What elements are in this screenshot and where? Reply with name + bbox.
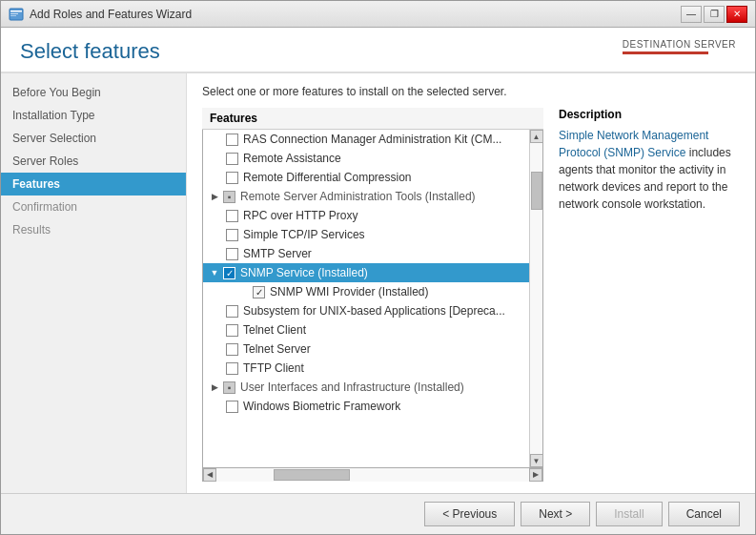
checkbox-smtp[interactable] — [226, 248, 238, 260]
feature-label-user-interfaces: User Interfaces and Infrastructure (Inst… — [240, 381, 464, 394]
scroll-track — [530, 143, 543, 454]
page-header: Select features DESTINATION SERVER — [1, 28, 755, 73]
hscroll-track — [216, 468, 529, 482]
dest-server-label: DESTINATION SERVER — [623, 39, 736, 50]
checkbox-remote-diff[interactable] — [226, 172, 238, 184]
description-panel: Description Simple Network Management Pr… — [559, 108, 740, 482]
window-title: Add Roles and Features Wizard — [30, 8, 192, 21]
check-snmp-wmi: ✓ — [255, 287, 263, 298]
dest-server-underline — [623, 51, 708, 54]
feature-label-ras-cm: RAS Connection Manager Administration Ki… — [243, 133, 501, 146]
sidebar-item-confirmation[interactable]: Confirmation — [1, 195, 186, 218]
close-button[interactable]: ✕ — [726, 6, 747, 23]
feature-label-smtp: SMTP Server — [243, 247, 312, 260]
scroll-thumb[interactable] — [531, 172, 542, 210]
sidebar-item-server-selection[interactable]: Server Selection — [1, 127, 186, 150]
two-column-layout: Features RAS Connection Manager Administ… — [202, 108, 740, 482]
previous-button[interactable]: < Previous — [424, 502, 515, 526]
feature-tftp[interactable]: TFTP Client — [203, 359, 529, 378]
snmp-service-link[interactable]: Simple Network Management Protocol (SNMP… — [559, 129, 708, 159]
features-section: Features RAS Connection Manager Administ… — [202, 108, 543, 482]
checkbox-simple-tcp[interactable] — [226, 229, 238, 241]
feature-telnet-server[interactable]: Telnet Server — [203, 340, 529, 359]
feature-subsystem-unix[interactable]: Subsystem for UNIX-based Applications [D… — [203, 301, 529, 320]
hscroll-thumb[interactable] — [274, 469, 350, 481]
feature-windows-biometric[interactable]: Windows Biometric Framework — [203, 397, 529, 416]
feature-simple-tcp[interactable]: Simple TCP/IP Services — [203, 225, 529, 244]
title-bar: Add Roles and Features Wizard — ❐ ✕ — [1, 1, 755, 28]
checkbox-telnet-server[interactable] — [226, 343, 238, 356]
checkbox-rpc-http[interactable] — [226, 210, 238, 222]
hscroll-left-button[interactable]: ◀ — [203, 468, 216, 482]
cancel-button[interactable]: Cancel — [668, 502, 740, 526]
page-title: Select features — [20, 39, 160, 64]
next-button[interactable]: Next > — [521, 502, 590, 526]
feature-remote-assistance[interactable]: Remote Assistance — [203, 149, 529, 168]
svg-rect-3 — [10, 15, 16, 16]
feature-label-simple-tcp: Simple TCP/IP Services — [243, 228, 365, 241]
checkbox-user-interfaces[interactable]: ▪ — [223, 381, 235, 394]
scroll-up-button[interactable]: ▲ — [530, 130, 543, 143]
checkbox-tftp[interactable] — [226, 362, 238, 375]
checkbox-subsystem-unix[interactable] — [226, 305, 238, 318]
sidebar: Before You Begin Installation Type Serve… — [1, 73, 187, 493]
features-container: RAS Connection Manager Administration Ki… — [202, 130, 543, 468]
expand-icon-remote-admin[interactable]: ▶ — [209, 191, 220, 202]
destination-server-info: DESTINATION SERVER — [623, 39, 736, 54]
checkbox-telnet-client[interactable] — [226, 324, 238, 337]
svg-rect-2 — [10, 13, 18, 14]
description-text: Simple Network Management Protocol (SNMP… — [559, 127, 740, 213]
feature-label-remote-assistance: Remote Assistance — [243, 152, 341, 165]
feature-label-tftp: TFTP Client — [243, 361, 304, 375]
expand-icon-snmp[interactable]: ▼ — [209, 267, 220, 278]
feature-label-telnet-server: Telnet Server — [243, 342, 311, 356]
sidebar-item-installation-type[interactable]: Installation Type — [1, 104, 186, 127]
checkbox-snmp-service[interactable]: ✓ — [223, 267, 235, 279]
footer: < Previous Next > Install Cancel — [1, 493, 755, 534]
install-button[interactable]: Install — [596, 502, 662, 526]
vertical-scrollbar[interactable]: ▲ ▼ — [529, 130, 542, 467]
sidebar-item-before-you-begin[interactable]: Before You Begin — [1, 81, 186, 104]
title-bar-left: Add Roles and Features Wizard — [9, 7, 192, 22]
check-snmp-service: ✓ — [226, 268, 234, 278]
feature-telnet-client[interactable]: Telnet Client — [203, 320, 529, 340]
hscroll-right-button[interactable]: ▶ — [529, 468, 542, 482]
feature-label-subsystem-unix: Subsystem for UNIX-based Applications [D… — [243, 304, 505, 318]
horizontal-scrollbar[interactable]: ◀ ▶ — [202, 468, 543, 482]
expand-icon-ui[interactable]: ▶ — [209, 381, 220, 393]
svg-rect-1 — [10, 10, 22, 12]
sidebar-item-server-roles[interactable]: Server Roles — [1, 150, 186, 173]
feature-snmp-service[interactable]: ▼ ✓ SNMP Service (Installed) — [203, 263, 529, 282]
feature-label-rpc-http: RPC over HTTP Proxy — [243, 209, 358, 222]
feature-remote-server-admin[interactable]: ▶ ▪ Remote Server Administration Tools (… — [203, 187, 529, 206]
description-header: Description — [559, 108, 740, 121]
feature-ras-cm[interactable]: RAS Connection Manager Administration Ki… — [203, 130, 529, 149]
feature-remote-diff[interactable]: Remote Differential Compression — [203, 168, 529, 187]
checkbox-snmp-wmi[interactable]: ✓ — [253, 286, 265, 298]
feature-label-snmp-wmi: SNMP WMI Provider (Installed) — [270, 285, 428, 298]
sidebar-item-features[interactable]: Features — [1, 173, 186, 195]
checkbox-remote-admin[interactable]: ▪ — [223, 191, 235, 203]
features-list: RAS Connection Manager Administration Ki… — [203, 130, 529, 467]
feature-label-remote-diff: Remote Differential Compression — [243, 171, 412, 184]
title-bar-buttons: — ❐ ✕ — [681, 6, 747, 23]
minimize-button[interactable]: — — [681, 6, 702, 23]
feature-user-interfaces[interactable]: ▶ ▪ User Interfaces and Infrastructure (… — [203, 378, 529, 397]
feature-smtp[interactable]: SMTP Server — [203, 244, 529, 263]
feature-snmp-wmi[interactable]: ✓ SNMP WMI Provider (Installed) — [203, 282, 529, 301]
restore-button[interactable]: ❐ — [704, 6, 725, 23]
main-window: Add Roles and Features Wizard — ❐ ✕ Sele… — [0, 0, 756, 535]
check-remote-admin: ▪ — [228, 192, 232, 202]
sidebar-item-results[interactable]: Results — [1, 218, 186, 241]
main-content: Select one or more features to install o… — [187, 73, 755, 493]
scroll-down-button[interactable]: ▼ — [530, 454, 543, 467]
wizard-icon — [9, 7, 24, 22]
instructions-text: Select one or more features to install o… — [202, 85, 740, 98]
feature-rpc-http[interactable]: RPC over HTTP Proxy — [203, 206, 529, 225]
checkbox-windows-biometric[interactable] — [226, 401, 238, 413]
checkbox-remote-assistance[interactable] — [226, 153, 238, 165]
feature-label-snmp-service: SNMP Service (Installed) — [240, 266, 368, 279]
feature-label-telnet-client: Telnet Client — [243, 323, 306, 337]
checkbox-ras-cm[interactable] — [226, 134, 238, 146]
check-ui: ▪ — [228, 382, 232, 393]
